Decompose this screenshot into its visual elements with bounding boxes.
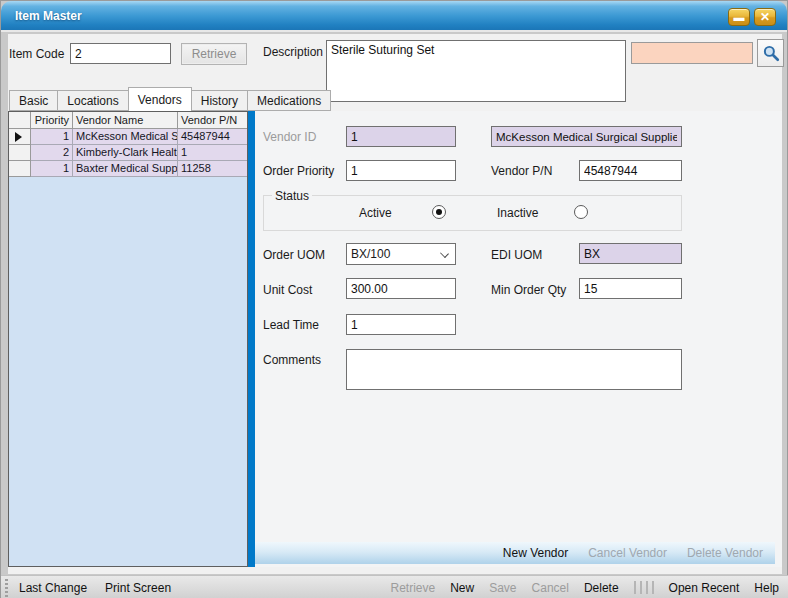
vendor-name-field[interactable]: [491, 126, 682, 147]
status-groupbox: Status Active Inactive: [263, 195, 682, 231]
magnifier-icon: [762, 44, 780, 62]
item-master-window: Item Master ▬ ✕ Item Code Retrieve Descr…: [0, 0, 788, 598]
item-code-label: Item Code: [9, 47, 64, 61]
retrieve-button[interactable]: Retrieve: [181, 43, 247, 65]
vendor-pn-label: Vendor P/N: [491, 164, 552, 178]
vendor-detail-panel: Vendor ID Order Priority Vendor P/N Stat…: [255, 111, 782, 567]
minimize-icon: ▬: [734, 11, 745, 23]
order-priority-label: Order Priority: [263, 164, 334, 178]
vendor-pn-input[interactable]: [579, 160, 682, 181]
vendor-id-label: Vendor ID: [263, 130, 316, 144]
table-row[interactable]: 2 Kimberly-Clark Health 1: [9, 145, 247, 161]
close-button[interactable]: ✕: [754, 8, 776, 26]
description-input[interactable]: Sterile Suturing Set: [326, 40, 626, 102]
statusbar-separator-bars: [634, 581, 654, 594]
chevron-down-icon: [440, 249, 449, 258]
delete-vendor-button[interactable]: Delete Vendor: [687, 546, 763, 560]
comments-label: Comments: [263, 353, 321, 367]
cancel-vendor-button[interactable]: Cancel Vendor: [588, 546, 667, 560]
status-active-label: Active: [359, 206, 392, 220]
priority-column-header[interactable]: Priority: [31, 112, 73, 128]
search-input[interactable]: [631, 42, 753, 64]
vendor-id-field[interactable]: [346, 126, 456, 147]
unit-cost-label: Unit Cost: [263, 283, 312, 297]
print-screen-button[interactable]: Print Screen: [105, 581, 171, 595]
min-order-qty-label: Min Order Qty: [491, 283, 566, 297]
tab-history[interactable]: History: [192, 90, 248, 111]
vendor-grid-header: Priority Vendor Name Vendor P/N: [9, 112, 247, 129]
statusbar-cancel-button[interactable]: Cancel: [532, 581, 569, 595]
item-code-input[interactable]: [70, 43, 171, 64]
comments-input[interactable]: [346, 349, 682, 390]
tab-locations[interactable]: Locations: [58, 90, 128, 111]
tab-medications[interactable]: Medications: [248, 90, 331, 111]
min-order-qty-input[interactable]: [579, 278, 682, 299]
last-change-button[interactable]: Last Change: [19, 581, 87, 595]
status-label: Status: [272, 189, 312, 203]
statusbar-grip-icon: [3, 579, 11, 597]
statusbar-save-button[interactable]: Save: [489, 581, 516, 595]
search-button[interactable]: [757, 39, 784, 67]
lead-time-label: Lead Time: [263, 318, 319, 332]
tab-basic[interactable]: Basic: [9, 90, 58, 111]
help-button[interactable]: Help: [754, 581, 779, 595]
vendor-action-strip: New Vendor Cancel Vendor Delete Vendor: [255, 542, 775, 564]
vendor-name-column-header[interactable]: Vendor Name: [73, 112, 178, 128]
statusbar-delete-button[interactable]: Delete: [584, 581, 619, 595]
minimize-button[interactable]: ▬: [728, 8, 750, 26]
vendor-grid: Priority Vendor Name Vendor P/N 1 McKess…: [8, 111, 248, 567]
edi-uom-label: EDI UOM: [491, 248, 542, 262]
lead-time-input[interactable]: [346, 314, 456, 335]
grid-panel-splitter[interactable]: [248, 111, 255, 567]
title-bar[interactable]: Item Master ▬ ✕: [1, 1, 787, 32]
statusbar-new-button[interactable]: New: [450, 581, 474, 595]
tab-vendors[interactable]: Vendors: [128, 87, 192, 111]
unit-cost-input[interactable]: [346, 278, 456, 299]
tab-strip: Basic Locations Vendors History Medicati…: [9, 87, 331, 111]
status-inactive-label: Inactive: [497, 206, 538, 220]
edi-uom-field[interactable]: [579, 243, 682, 264]
statusbar-retrieve-button[interactable]: Retrieve: [390, 581, 435, 595]
close-icon: ✕: [760, 10, 770, 24]
order-priority-input[interactable]: [346, 160, 456, 181]
table-row[interactable]: 1 McKesson Medical Surgical Supplies 454…: [9, 129, 247, 145]
vendor-pn-column-header[interactable]: Vendor P/N: [178, 112, 247, 128]
status-bar: Last Change Print Screen Retrieve New Sa…: [1, 575, 788, 598]
status-inactive-radio[interactable]: [574, 205, 588, 219]
new-vendor-button[interactable]: New Vendor: [503, 546, 568, 560]
row-selector-header: [9, 112, 31, 128]
status-active-radio[interactable]: [432, 205, 446, 219]
description-label: Description: [263, 45, 323, 59]
current-row-icon: [15, 132, 22, 142]
open-recent-button[interactable]: Open Recent: [669, 581, 740, 595]
window-title: Item Master: [15, 9, 82, 23]
order-uom-dropdown[interactable]: BX/100: [346, 243, 456, 265]
order-uom-label: Order UOM: [263, 248, 325, 262]
order-uom-value: BX/100: [351, 247, 390, 261]
table-row[interactable]: 1 Baxter Medical Supp 11258: [9, 161, 247, 177]
